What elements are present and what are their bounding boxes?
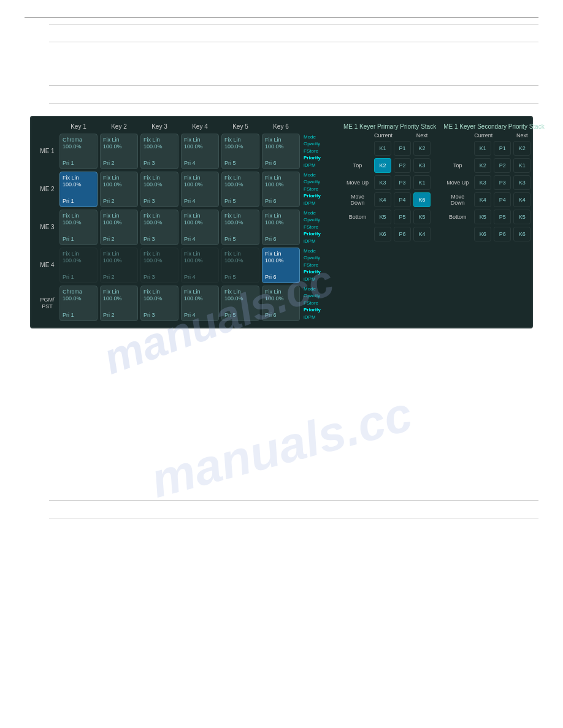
primary-r0-p1[interactable]: P1	[394, 141, 411, 156]
me2-mode-priority[interactable]: Priority	[304, 193, 335, 199]
primary-bottom-p5[interactable]: P5	[394, 210, 411, 224]
sec-r0-p1[interactable]: P1	[494, 141, 511, 156]
sec-r5-p6[interactable]: P6	[494, 227, 511, 241]
me-label-3: ME 3	[37, 224, 57, 231]
pgm-key2[interactable]: Fix Lin100.0% Pri 2	[100, 286, 138, 321]
primary-top-k3[interactable]: K3	[413, 158, 431, 173]
pgm-key1[interactable]: Chroma100.0% Pri 1	[59, 286, 98, 321]
me2-mode-opacity[interactable]: Opacity	[304, 179, 335, 185]
me3-mode-opacity[interactable]: Opacity	[304, 217, 335, 223]
me2-key6[interactable]: Fix Lin100.0% Pri 6	[262, 172, 300, 207]
sec-top-k1[interactable]: K1	[513, 158, 530, 173]
pgm-mode-mode[interactable]: Mode	[304, 286, 335, 292]
me2-key1[interactable]: Fix Lin100.0% Pri 1	[59, 172, 98, 207]
me3-mode-mode[interactable]: Mode	[304, 210, 335, 216]
me2-mode-mode[interactable]: Mode	[304, 172, 335, 178]
primary-movedown-p4[interactable]: P4	[394, 192, 411, 207]
pgm-mode-fstore[interactable]: FStore	[304, 300, 335, 306]
pgm-key3[interactable]: Fix Lin100.0% Pri 3	[140, 286, 178, 321]
primary-moveup-k1[interactable]: K1	[413, 175, 431, 190]
sec-moveup-k3[interactable]: K3	[474, 175, 491, 190]
me1-key2[interactable]: Fix Lin100.0% Pri 2	[100, 134, 138, 169]
sec-bottom-k5[interactable]: K5	[474, 210, 491, 224]
pgm-key5[interactable]: Fix Lin100.0% Pri 5	[221, 286, 259, 321]
me1-mode-idpm[interactable]: iDPM	[304, 162, 335, 169]
primary-bottom-k5b[interactable]: K5	[413, 210, 431, 224]
me1-key3[interactable]: Fix Lin100.0% Pri 3	[140, 134, 178, 169]
primary-r5-k6[interactable]: K6	[374, 227, 391, 241]
pgm-mode-priority[interactable]: Priority	[304, 307, 335, 313]
me1-mode-opacity[interactable]: Opacity	[304, 141, 335, 147]
me3-mode-idpm[interactable]: iDPM	[304, 238, 335, 245]
sec-r5-k6[interactable]: K6	[474, 227, 491, 241]
me4-mode-mode[interactable]: Mode	[304, 248, 335, 254]
me4-key1[interactable]: Fix Lin100.0% Pri 1	[59, 248, 98, 283]
me-row-1: ME 1 Chroma100.0% Pri 1 Fix Lin100.0% Pr…	[37, 134, 336, 169]
me4-key4[interactable]: Fix Lin100.0% Pri 4	[181, 248, 219, 283]
primary-moveup-k3[interactable]: K3	[374, 175, 391, 190]
me2-key3[interactable]: Fix Lin100.0% Pri 3	[140, 172, 178, 207]
primary-top-k2[interactable]: K2	[374, 158, 391, 173]
me1-key4[interactable]: Fix Lin100.0% Pri 4	[181, 134, 219, 169]
me2-mode-idpm[interactable]: iDPM	[304, 200, 335, 207]
pgm-mode-idpm[interactable]: iDPM	[304, 314, 335, 320]
me4-key3[interactable]: Fix Lin100.0% Pri 3	[140, 248, 178, 283]
primary-r5-k4[interactable]: K4	[413, 227, 431, 241]
sec-movedown-k4[interactable]: K4	[474, 192, 491, 207]
me3-key3[interactable]: Fix Lin100.0% Pri 3	[140, 210, 178, 245]
me-section: Key 1 Key 2 Key 3 Key 4 Key 5 Key 6 ME 1…	[37, 123, 336, 321]
pgm-key4[interactable]: Fix Lin100.0% Pri 4	[181, 286, 219, 321]
me1-key6[interactable]: Fix Lin100.0% Pri 6	[262, 134, 300, 169]
pgm-key6[interactable]: Fix Lin100.0% Pri 6	[262, 286, 300, 321]
me1-key1[interactable]: Chroma100.0% Pri 1	[59, 134, 98, 169]
primary-movedown-k4[interactable]: K4	[374, 192, 391, 207]
sec-movedown-k4b[interactable]: K4	[513, 192, 530, 207]
sec-r0-k1[interactable]: K1	[474, 141, 491, 156]
sec-bottom-k5b[interactable]: K5	[513, 210, 530, 224]
me2-mode-fstore[interactable]: FStore	[304, 186, 335, 192]
me4-key6[interactable]: Fix Lin100.0% Pri 6	[262, 248, 300, 283]
primary-top-p2[interactable]: P2	[394, 158, 411, 173]
me4-mode-fstore[interactable]: FStore	[304, 262, 335, 268]
sec-r5-k6b[interactable]: K6	[513, 227, 530, 241]
sec-movedown-p4[interactable]: P4	[494, 192, 511, 207]
sec-moveup-k3b[interactable]: K3	[513, 175, 530, 190]
me2-key4[interactable]: Fix Lin100.0% Pri 4	[181, 172, 219, 207]
me4-mode-idpm[interactable]: iDPM	[304, 276, 335, 282]
primary-moveup-p3[interactable]: P3	[394, 175, 411, 190]
me2-key2[interactable]: Fix Lin100.0% Pri 2	[100, 172, 138, 207]
me3-key4[interactable]: Fix Lin100.0% Pri 4	[181, 210, 219, 245]
me1-mode-priority[interactable]: Priority	[304, 155, 335, 161]
primary-r0-k1[interactable]: K1	[374, 141, 391, 156]
me3-key1[interactable]: Fix Lin100.0% Pri 1	[59, 210, 98, 245]
primary-r5-p6[interactable]: P6	[394, 227, 411, 241]
primary-bottom-k5[interactable]: K5	[374, 210, 391, 224]
me3-mode-priority[interactable]: Priority	[304, 231, 335, 237]
me3-key6[interactable]: Fix Lin100.0% Pri 6	[262, 210, 300, 245]
me1-key5[interactable]: Fix Lin100.0% Pri 5	[221, 134, 259, 169]
sec-top-k2[interactable]: K2	[474, 158, 491, 173]
me3-key2[interactable]: Fix Lin100.0% Pri 2	[100, 210, 138, 245]
sec-r0-k2[interactable]: K2	[513, 141, 530, 156]
me1-mode-fstore[interactable]: FStore	[304, 148, 335, 154]
me-row-2: ME 2 Fix Lin100.0% Pri 1 Fix Lin100.0% P…	[37, 172, 336, 207]
me1-mode-mode[interactable]: Mode	[304, 134, 335, 140]
me4-mode-priority[interactable]: Priority	[304, 269, 335, 275]
primary-row-5: K6 P6 K4	[343, 227, 436, 241]
me-label-2: ME 2	[37, 186, 57, 193]
primary-movedown-k6[interactable]: K6	[413, 192, 431, 207]
me4-key5[interactable]: Fix Lin100.0% Pri 5	[221, 248, 259, 283]
pgm-mode-opacity[interactable]: Opacity	[304, 293, 335, 299]
sec-bottom-p5[interactable]: P5	[494, 210, 511, 224]
sec-top-p2[interactable]: P2	[494, 158, 511, 173]
me2-key5[interactable]: Fix Lin100.0% Pri 5	[221, 172, 259, 207]
sec-moveup-p3[interactable]: P3	[494, 175, 511, 190]
me4-mode-opacity[interactable]: Opacity	[304, 255, 335, 261]
key-header-1: Key 1	[59, 123, 98, 130]
me3-key5[interactable]: Fix Lin100.0% Pri 5	[221, 210, 259, 245]
me3-mode: Mode Opacity FStore Priority iDPM	[302, 210, 336, 245]
me4-key2[interactable]: Fix Lin100.0% Pri 2	[100, 248, 138, 283]
primary-row-bottom: Bottom K5 P5 K5	[343, 210, 436, 224]
primary-r0-k2[interactable]: K2	[413, 141, 431, 156]
me3-mode-fstore[interactable]: FStore	[304, 224, 335, 230]
